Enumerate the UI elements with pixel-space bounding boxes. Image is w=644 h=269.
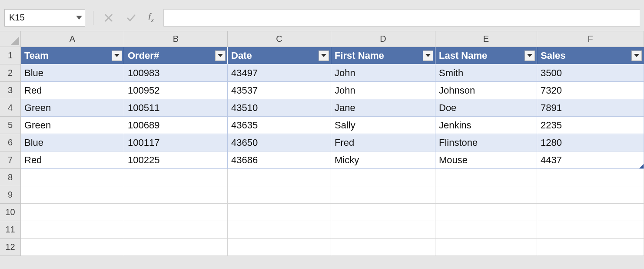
cell[interactable]: 43510 [228, 99, 331, 117]
name-box[interactable]: K15 [4, 9, 85, 27]
cell[interactable]: 43686 [228, 151, 331, 169]
column-header[interactable]: C [228, 31, 331, 47]
filter-dropdown-icon[interactable] [215, 50, 226, 61]
cell[interactable]: 4437 [537, 151, 644, 169]
row-header[interactable]: 9 [0, 186, 21, 204]
cell[interactable]: Smith [435, 64, 537, 82]
cell[interactable] [435, 239, 537, 256]
chevron-down-icon[interactable] [76, 16, 82, 20]
cell[interactable] [21, 239, 124, 256]
cell[interactable]: Green [21, 117, 124, 134]
cell[interactable]: 43635 [228, 117, 331, 134]
row-header[interactable]: 7 [0, 151, 21, 169]
cell[interactable]: Doe [435, 99, 537, 117]
cell[interactable]: Red [21, 151, 124, 169]
cell[interactable] [331, 239, 435, 256]
row-header[interactable]: 8 [0, 169, 21, 186]
cell[interactable] [537, 221, 644, 239]
cell[interactable] [124, 204, 228, 221]
cell[interactable]: John [331, 64, 435, 82]
filter-dropdown-icon[interactable] [423, 50, 433, 61]
filter-dropdown-icon[interactable] [319, 50, 329, 61]
cell[interactable]: Blue [21, 134, 124, 151]
cell[interactable]: Blue [21, 64, 124, 82]
cell[interactable] [537, 204, 644, 221]
cell[interactable]: Fred [331, 134, 435, 151]
cell[interactable]: Green [21, 99, 124, 117]
cell[interactable] [435, 186, 537, 204]
cell[interactable]: 100117 [124, 134, 228, 151]
table-header-last-name[interactable]: Last Name [435, 47, 537, 64]
cell[interactable] [537, 169, 644, 186]
column-header[interactable]: A [21, 31, 124, 47]
cancel-formula-button[interactable] [101, 10, 116, 25]
cell[interactable]: 7320 [537, 82, 644, 99]
cell[interactable] [21, 204, 124, 221]
cell[interactable]: John [331, 82, 435, 99]
cell[interactable]: 100511 [124, 99, 228, 117]
cell[interactable] [228, 169, 331, 186]
table-header-first-name[interactable]: First Name [331, 47, 435, 64]
cell[interactable]: Jane [331, 99, 435, 117]
cell[interactable]: Micky [331, 151, 435, 169]
cell[interactable]: 100225 [124, 151, 228, 169]
row-header[interactable]: 4 [0, 99, 21, 117]
cell[interactable]: 43650 [228, 134, 331, 151]
cell[interactable]: 7891 [537, 99, 644, 117]
row-header[interactable]: 3 [0, 82, 21, 99]
row-header[interactable]: 12 [0, 239, 21, 256]
cell[interactable] [21, 221, 124, 239]
insert-function-button[interactable]: fx [146, 11, 156, 24]
row-header[interactable]: 10 [0, 204, 21, 221]
column-header[interactable]: B [124, 31, 228, 47]
cell[interactable]: 100983 [124, 64, 228, 82]
cell[interactable] [331, 186, 435, 204]
cell[interactable]: 43497 [228, 64, 331, 82]
cell[interactable]: Flinstone [435, 134, 537, 151]
filter-dropdown-icon[interactable] [112, 50, 122, 61]
row-header[interactable]: 5 [0, 117, 21, 134]
table-header-order[interactable]: Order# [124, 47, 228, 64]
column-header[interactable]: D [331, 31, 435, 47]
table-header-date[interactable]: Date [228, 47, 331, 64]
cell[interactable] [331, 204, 435, 221]
cell[interactable] [537, 186, 644, 204]
cell[interactable] [537, 239, 644, 256]
cell[interactable]: 1280 [537, 134, 644, 151]
table-header-team[interactable]: Team [21, 47, 124, 64]
cell[interactable] [124, 186, 228, 204]
cell[interactable] [435, 169, 537, 186]
row-header[interactable]: 1 [0, 47, 21, 64]
column-header[interactable]: E [435, 31, 537, 47]
filter-dropdown-icon[interactable] [631, 50, 642, 61]
cell[interactable] [124, 169, 228, 186]
filter-dropdown-icon[interactable] [524, 50, 535, 61]
cell[interactable]: 100689 [124, 117, 228, 134]
cell[interactable]: 2235 [537, 117, 644, 134]
cell[interactable]: Johnson [435, 82, 537, 99]
cell[interactable] [228, 221, 331, 239]
cell[interactable]: 3500 [537, 64, 644, 82]
table-header-sales[interactable]: Sales [537, 47, 644, 64]
select-all-corner[interactable] [0, 31, 21, 47]
cell[interactable] [228, 186, 331, 204]
cell[interactable] [124, 221, 228, 239]
row-header[interactable]: 2 [0, 64, 21, 82]
cell[interactable]: Jenkins [435, 117, 537, 134]
cell[interactable]: Sally [331, 117, 435, 134]
cell[interactable] [435, 221, 537, 239]
cell[interactable] [228, 239, 331, 256]
column-header[interactable]: F [537, 31, 644, 47]
cell[interactable] [331, 221, 435, 239]
row-header[interactable]: 6 [0, 134, 21, 151]
cell[interactable] [228, 204, 331, 221]
formula-input[interactable] [163, 9, 640, 27]
cell[interactable] [21, 169, 124, 186]
cell[interactable]: 100952 [124, 82, 228, 99]
cell[interactable] [331, 169, 435, 186]
row-header[interactable]: 11 [0, 221, 21, 239]
cell[interactable] [124, 239, 228, 256]
cell[interactable] [435, 204, 537, 221]
cell[interactable] [21, 186, 124, 204]
cell[interactable]: 43537 [228, 82, 331, 99]
